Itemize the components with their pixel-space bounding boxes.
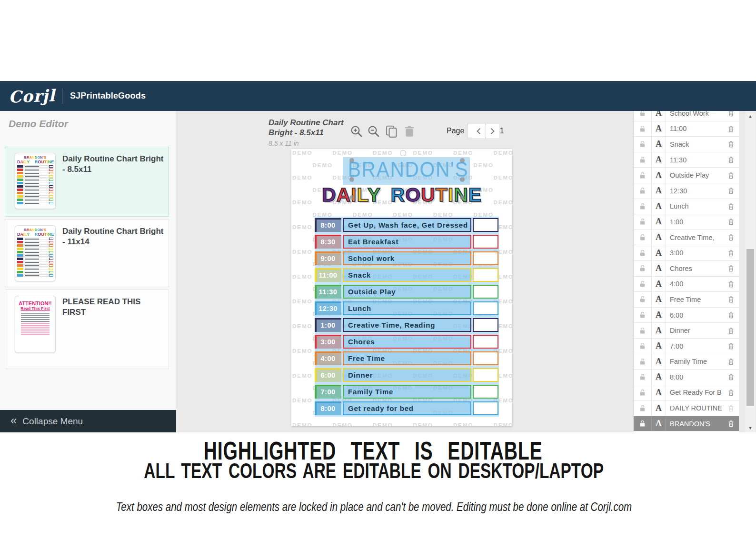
layer-row[interactable]: ACreative Time,	[634, 230, 739, 246]
layer-row[interactable]: ADinner	[634, 323, 739, 339]
checkbox-cell[interactable]	[473, 318, 498, 332]
activity-textbox[interactable]: Dinner	[343, 368, 471, 382]
time-badge[interactable]: 8:00	[315, 401, 341, 415]
layer-lock-button[interactable]	[634, 168, 652, 183]
resize-handle[interactable]	[349, 195, 354, 200]
layer-delete-button[interactable]	[723, 265, 739, 272]
checkbox-cell[interactable]	[473, 401, 498, 415]
layer-delete-button[interactable]	[723, 250, 739, 257]
activity-textbox[interactable]: Snack	[343, 268, 471, 282]
layer-delete-button[interactable]	[723, 203, 739, 210]
layer-lock-button[interactable]	[634, 277, 652, 292]
layer-row[interactable]: ASchool Work	[634, 111, 739, 121]
activity-textbox[interactable]: School work	[343, 251, 471, 265]
layer-row[interactable]: A12:30	[634, 183, 739, 199]
layer-row[interactable]: ABRANDON'S	[634, 416, 739, 432]
layer-row[interactable]: A11:00	[634, 121, 739, 137]
layer-lock-button[interactable]	[634, 111, 652, 121]
previous-page-button[interactable]	[472, 124, 485, 138]
layer-row[interactable]: A1:00	[634, 214, 739, 230]
resize-handle[interactable]	[460, 195, 465, 200]
layer-delete-button[interactable]	[723, 187, 739, 194]
activity-textbox[interactable]: Eat Breakfast	[343, 235, 471, 249]
checkbox-cell[interactable]	[473, 251, 498, 265]
layer-delete-button[interactable]	[723, 111, 739, 117]
layer-delete-button[interactable]	[723, 218, 739, 225]
checkbox-cell[interactable]	[473, 368, 498, 382]
time-badge[interactable]: 3:00	[315, 335, 341, 349]
time-badge[interactable]: 9:00	[315, 251, 341, 265]
layer-row[interactable]: A6:00	[634, 308, 739, 323]
layer-lock-button[interactable]	[634, 121, 652, 137]
time-badge[interactable]: 11:30	[315, 285, 341, 299]
layer-lock-button[interactable]	[634, 199, 652, 214]
resize-handle[interactable]	[349, 158, 354, 163]
checkbox-cell[interactable]	[473, 385, 498, 399]
layer-lock-button[interactable]	[634, 416, 652, 431]
layer-delete-button[interactable]	[723, 342, 739, 350]
time-badge[interactable]: 12:30	[315, 301, 341, 315]
layer-lock-button[interactable]	[634, 400, 652, 416]
activity-textbox[interactable]: Lunch	[343, 301, 471, 315]
layer-delete-button[interactable]	[723, 140, 739, 148]
checkbox-cell[interactable]	[473, 285, 498, 299]
layer-row[interactable]: A3:00	[634, 245, 739, 261]
scroll-up-icon[interactable]: ▲	[746, 114, 755, 119]
checkbox-cell[interactable]	[473, 301, 498, 315]
layer-delete-button[interactable]	[723, 311, 739, 319]
time-badge[interactable]: 8:30	[315, 235, 341, 249]
activity-textbox[interactable]: Creative Time, Reading	[343, 318, 471, 332]
time-badge[interactable]: 1:00	[315, 318, 341, 332]
layer-lock-button[interactable]	[634, 261, 652, 276]
zoom-in-button[interactable]	[349, 124, 364, 139]
scrollbar-thumb[interactable]	[746, 249, 754, 406]
layer-delete-button[interactable]	[723, 172, 739, 179]
layer-row[interactable]: A4:00	[634, 277, 739, 292]
layer-delete-button[interactable]	[723, 420, 739, 427]
activity-textbox[interactable]: Family Time	[343, 385, 471, 399]
layer-lock-button[interactable]	[634, 323, 652, 338]
layer-delete-button[interactable]	[723, 405, 739, 412]
layer-delete-button[interactable]	[723, 373, 739, 380]
layer-row[interactable]: A11:30	[634, 152, 739, 168]
layer-lock-button[interactable]	[634, 214, 652, 230]
layer-delete-button[interactable]	[723, 296, 739, 303]
activity-textbox[interactable]: Free Time	[343, 351, 471, 365]
layer-delete-button[interactable]	[723, 389, 739, 396]
layer-row[interactable]: ALunch	[634, 199, 739, 215]
name-text-element[interactable]: BRANDON'S	[343, 157, 470, 185]
duplicate-button[interactable]	[384, 124, 398, 139]
layer-lock-button[interactable]	[634, 339, 652, 354]
layer-row[interactable]: ASnack	[634, 137, 739, 152]
layer-delete-button[interactable]	[723, 234, 739, 241]
checkbox-cell[interactable]	[473, 218, 498, 232]
time-badge[interactable]: 7:00	[315, 385, 341, 399]
layer-lock-button[interactable]	[634, 183, 652, 199]
next-page-button[interactable]	[486, 124, 499, 138]
layer-lock-button[interactable]	[634, 354, 652, 370]
layer-lock-button[interactable]	[634, 292, 652, 307]
layer-lock-button[interactable]	[634, 385, 652, 400]
layer-row[interactable]: AChores	[634, 261, 739, 277]
rotate-handle[interactable]	[400, 150, 406, 156]
layer-lock-button[interactable]	[634, 152, 652, 168]
activity-textbox[interactable]: Get Up, Wash face, Get Dressed	[343, 218, 471, 232]
layer-row[interactable]: AFree Time	[634, 292, 739, 308]
layer-lock-button[interactable]	[634, 245, 652, 260]
layer-row[interactable]: ADAILY ROUTINE	[634, 400, 739, 416]
corjl-logo[interactable]: Corjl	[8, 86, 55, 106]
page-thumbnail-item[interactable]: ATTENTION!!Read This FirstPLEASE READ TH…	[5, 290, 169, 369]
layer-lock-button[interactable]	[634, 230, 652, 245]
resize-handle[interactable]	[460, 158, 465, 163]
layer-lock-button[interactable]	[634, 137, 652, 152]
time-badge[interactable]: 11:00	[315, 268, 341, 282]
resize-handle[interactable]	[349, 177, 354, 182]
layer-row[interactable]: A7:00	[634, 339, 739, 354]
activity-textbox[interactable]: Chores	[343, 335, 471, 349]
time-badge[interactable]: 6:00	[315, 368, 341, 382]
layer-row[interactable]: AGet Ready For B	[634, 385, 739, 401]
layer-lock-button[interactable]	[634, 308, 652, 323]
layer-lock-button[interactable]	[634, 370, 652, 385]
page-thumbnail-item[interactable]: BRANDON'SDAILY ROUTINEDaily Routine Char…	[5, 147, 169, 217]
page-thumbnail-item[interactable]: BRANDON'SDAILY ROUTINEDaily Routine Char…	[5, 219, 169, 287]
